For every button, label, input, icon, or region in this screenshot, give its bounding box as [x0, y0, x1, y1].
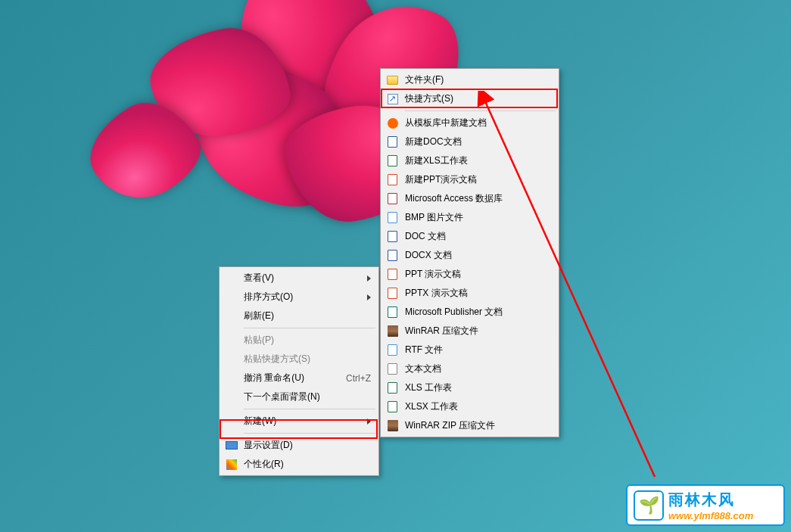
menu-refresh-label: 刷新(E)	[244, 310, 374, 322]
xls-icon	[386, 154, 399, 167]
watermark-url: www.ylmf888.com	[668, 510, 753, 521]
desktop-context-menu: 查看(V) 排序方式(O) 刷新(E) 粘贴(P) 粘贴快捷方式(S) 撤消 重…	[219, 266, 379, 476]
watermark-title: 雨林木风	[668, 490, 753, 510]
menu-display-settings[interactable]: 显示设置(D)	[221, 436, 377, 455]
menu-view-label: 查看(V)	[244, 272, 367, 285]
menu-refresh[interactable]: 刷新(E)	[221, 306, 377, 325]
menu-personalize[interactable]: 个性化(R)	[221, 455, 377, 474]
menu-undo-label: 撤消 重命名(U)	[244, 372, 346, 384]
new-rtf-label: RTF 文件	[405, 344, 554, 356]
access-icon	[386, 192, 399, 205]
new-txt-label: 文本文档	[405, 362, 554, 375]
menu-sort[interactable]: 排序方式(O)	[221, 288, 377, 306]
doc-icon	[386, 135, 399, 148]
new-ppt2[interactable]: PPT 演示文稿	[382, 265, 557, 284]
new-publisher[interactable]: Microsoft Publisher 文档	[382, 303, 557, 322]
doc-icon	[386, 230, 399, 243]
new-docx[interactable]: DOCX 文档	[382, 246, 557, 265]
watermark: 🌱 雨林木风 www.ylmf888.com	[626, 484, 785, 526]
folder-icon	[386, 73, 399, 86]
ppt-icon	[386, 173, 399, 186]
publisher-icon	[386, 306, 399, 319]
xlsx-icon	[386, 400, 399, 413]
docx-icon	[386, 249, 399, 262]
txt-icon	[386, 362, 399, 375]
new-zip[interactable]: WinRAR ZIP 压缩文件	[382, 416, 557, 435]
ppt-icon	[386, 268, 399, 281]
new-winrar[interactable]: WinRAR 压缩文件	[382, 322, 557, 341]
new-xls-label: 新建XLS工作表	[405, 154, 554, 167]
new-folder-label: 文件夹(F)	[405, 73, 554, 86]
chevron-right-icon	[367, 275, 371, 282]
menu-paste: 粘贴(P)	[221, 331, 377, 350]
display-icon	[225, 439, 238, 452]
new-docx-label: DOCX 文档	[405, 249, 554, 262]
watermark-logo-icon: 🌱	[634, 490, 664, 521]
new-bmp-label: BMP 图片文件	[405, 211, 554, 224]
menu-view[interactable]: 查看(V)	[221, 269, 377, 288]
separator	[244, 433, 375, 434]
new-xlsx-label: XLSX 工作表	[405, 400, 554, 413]
pptx-icon	[386, 287, 399, 300]
new-rtf[interactable]: RTF 文件	[382, 341, 557, 359]
new-xls[interactable]: 新建XLS工作表	[382, 151, 557, 170]
new-publisher-label: Microsoft Publisher 文档	[405, 306, 554, 319]
bmp-icon	[386, 211, 399, 224]
rtf-icon	[386, 344, 399, 356]
new-doc[interactable]: 新建DOC文档	[382, 132, 557, 151]
new-xls2[interactable]: XLS 工作表	[382, 378, 557, 397]
new-ppt2-label: PPT 演示文稿	[405, 268, 554, 281]
new-bmp[interactable]: BMP 图片文件	[382, 208, 557, 227]
menu-personalize-label: 个性化(R)	[244, 458, 374, 471]
menu-next-background[interactable]: 下一个桌面背景(N)	[221, 387, 377, 406]
new-pptx[interactable]: PPTX 演示文稿	[382, 284, 557, 303]
menu-new[interactable]: 新建(W)	[221, 412, 377, 431]
chevron-right-icon	[367, 294, 371, 300]
new-doc-label: 新建DOC文档	[405, 135, 554, 148]
new-xlsx[interactable]: XLSX 工作表	[382, 397, 557, 416]
new-xls2-label: XLS 工作表	[405, 381, 554, 394]
new-folder[interactable]: 文件夹(F)	[382, 70, 557, 89]
new-pptx-label: PPTX 演示文稿	[405, 287, 554, 300]
new-doc2-label: DOC 文档	[405, 230, 554, 243]
new-ppt[interactable]: 新建PPT演示文稿	[382, 170, 557, 189]
new-ppt-label: 新建PPT演示文稿	[405, 173, 554, 186]
new-shortcut-label: 快捷方式(S)	[405, 92, 554, 105]
menu-new-label: 新建(W)	[244, 415, 367, 428]
new-access-label: Microsoft Access 数据库	[405, 192, 554, 205]
menu-sort-label: 排序方式(O)	[244, 291, 367, 303]
new-winrar-label: WinRAR 压缩文件	[405, 325, 554, 338]
separator	[405, 110, 556, 111]
separator	[244, 409, 375, 409]
template-icon	[386, 117, 399, 129]
menu-paste-label: 粘贴(P)	[244, 334, 374, 347]
menu-nextbg-label: 下一个桌面背景(N)	[244, 390, 374, 403]
chevron-right-icon	[367, 418, 371, 425]
new-shortcut[interactable]: 快捷方式(S)	[382, 89, 557, 108]
menu-paste-shortcut: 粘贴快捷方式(S)	[221, 350, 377, 369]
menu-undo-shortcut: Ctrl+Z	[346, 373, 371, 384]
menu-display-label: 显示设置(D)	[244, 439, 374, 452]
zip-icon	[386, 419, 399, 432]
separator	[244, 328, 375, 328]
new-template[interactable]: 从模板库中新建文档	[382, 114, 557, 132]
xls-icon	[386, 381, 399, 394]
new-txt[interactable]: 文本文档	[382, 359, 557, 378]
rar-icon	[386, 325, 399, 338]
personalize-icon	[225, 458, 238, 471]
new-doc2[interactable]: DOC 文档	[382, 227, 557, 246]
new-template-label: 从模板库中新建文档	[405, 117, 554, 129]
new-submenu: 文件夹(F) 快捷方式(S) 从模板库中新建文档 新建DOC文档 新建XLS工作…	[380, 68, 559, 437]
new-access[interactable]: Microsoft Access 数据库	[382, 189, 557, 208]
shortcut-icon	[386, 92, 399, 105]
new-zip-label: WinRAR ZIP 压缩文件	[405, 419, 554, 432]
menu-undo[interactable]: 撤消 重命名(U) Ctrl+Z	[221, 369, 377, 387]
menu-paste-shortcut-label: 粘贴快捷方式(S)	[244, 353, 374, 366]
